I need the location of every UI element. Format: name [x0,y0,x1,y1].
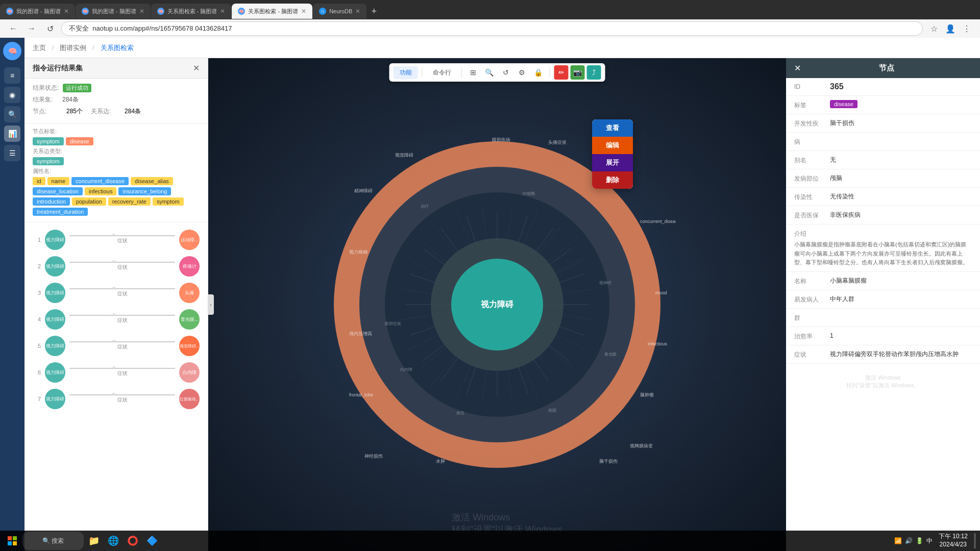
tab-4-close[interactable]: ✕ [301,8,306,15]
context-menu-delete[interactable]: 删除 [592,171,633,189]
breadcrumb-home[interactable]: 主页 [33,43,46,53]
sidebar-active-icon[interactable]: 📊 [4,126,20,142]
attr-concurrent[interactable]: concurrent_disease [71,177,129,185]
panel-close-button[interactable]: ✕ [193,63,200,73]
attr-alias[interactable]: disease_alias [131,177,173,185]
attr-name[interactable]: name [47,177,70,185]
start-button[interactable] [4,533,20,549]
tab-bar: 🧠 我的图谱 - 脑图谱 ✕ 🧠 我的图谱 - 脑图谱 ✕ 🧠 关系图检索 - … [0,0,980,19]
item-num: 3 [33,290,41,296]
tab-5[interactable]: N NeuroDB ✕ [313,4,366,19]
star-button[interactable]: ☆ [927,21,941,36]
to-node[interactable]: 视觉障碍... [179,336,200,356]
attr-intro[interactable]: introduction [33,197,70,206]
tab-1[interactable]: 🧠 我的图谱 - 脑图谱 ✕ [0,4,75,19]
forward-button[interactable]: → [24,21,39,36]
attr-symptom[interactable]: symptom [153,197,184,206]
new-tab-button[interactable]: + [367,6,381,17]
toolbar-separator-3 [550,67,550,78]
breadcrumb-graph[interactable]: 图谱实例 [60,43,86,53]
svg-text:眼部症状: 眼部症状 [385,321,401,326]
taskbar-show-desktop[interactable] [974,533,976,548]
toolbar-share-btn[interactable]: ⤴ [587,65,601,80]
taskbar-system-icons: 📶 🔊 🔋 中 [894,537,933,545]
back-button[interactable]: ← [6,21,20,36]
app-logo[interactable]: 🧠 [3,42,21,60]
toolbar-grid-btn[interactable]: ⊞ [466,65,480,80]
context-menu-view[interactable]: 查看 [592,119,633,137]
account-button[interactable]: 👤 [943,21,958,36]
to-node[interactable]: 红斑狼疮... [179,389,200,409]
list-item[interactable]: 2 视力障碍 ← 症状 疼痛计 [24,253,208,280]
taskbar-app-4[interactable]: 🔷 [143,532,161,550]
attr-population[interactable]: population [72,197,106,206]
taskbar-file-explorer[interactable]: 📁 [85,532,103,550]
tab-4[interactable]: 🧠 关系图检索 - 脑图谱 ✕ [232,4,312,19]
graph-area[interactable]: 功能 命令行 ⊞ 🔍 ↺ ⚙ 🔒 ✏ 📷 ⤴ [208,58,786,551]
context-menu-expand[interactable]: 展开 [592,154,633,171]
panel-toggle-arrow[interactable]: › [208,294,214,315]
reload-button[interactable]: ↺ [43,21,57,36]
taskbar-chrome[interactable]: ⭕ [124,532,142,550]
from-node[interactable]: 视力障碍 [45,230,65,250]
context-menu: 查看 编辑 展开 删除 [592,119,633,189]
to-node[interactable]: 白内障 [179,362,200,383]
attr-treatment[interactable]: treatment_duration [33,208,88,216]
list-item[interactable]: 3 视力障碍 ← 症状 头痛 [24,280,208,306]
to-node[interactable]: 头痛 [179,283,200,303]
tab-3[interactable]: 🧠 关系图检索 - 脑图谱 ✕ [151,4,232,19]
tab-5-close[interactable]: ✕ [355,8,360,15]
from-node[interactable]: 视力障碍 [45,309,65,330]
taskbar-search[interactable]: 🔍 搜索 [22,532,84,550]
edge-tag-symptom[interactable]: symptom [33,157,64,165]
attr-id[interactable]: id [33,177,45,185]
toolbar-search-btn[interactable]: 🔍 [482,65,497,80]
address-input[interactable] [61,21,923,36]
toolbar-camera-btn[interactable]: 📷 [571,65,585,80]
right-panel-close-button[interactable]: ✕ [794,63,801,73]
toolbar-settings-btn[interactable]: ⚙ [515,65,529,80]
edge-connector: ← 症状 [69,235,175,244]
taskbar-edge[interactable]: 🌐 [104,532,122,550]
sidebar-home-icon[interactable]: ≡ [4,67,20,84]
tag-disease[interactable]: disease [66,137,93,145]
list-item[interactable]: 5 视力障碍 ← 症状 视觉障碍... [24,333,208,359]
prop-row-3: 发病部位 颅脑 [786,169,980,188]
to-node[interactable]: 运动障... [179,230,200,250]
to-node[interactable]: 青光眼... [179,309,200,330]
list-item[interactable]: 1 视力障碍 ← 症状 运动障... [24,227,208,253]
sidebar-search-icon[interactable]: 🔍 [4,106,20,122]
content-area: 指令运行结果集 ✕ 结果状态: 运行成功 结果集: 284条 节点: 285个 [24,58,980,551]
prop-label-1: 病 [794,137,830,146]
attr-recovery[interactable]: recovery_rate [108,197,151,206]
tab-1-close[interactable]: ✕ [64,8,69,15]
tab-2-close[interactable]: ✕ [139,8,144,15]
tag-symptom[interactable]: symptom [33,137,64,145]
list-item[interactable]: 4 视力障碍 ← 症状 青光眼... [24,306,208,333]
from-node[interactable]: 视力障碍 [45,336,65,356]
right-panel-watermark: 激活 Windows转到"设置"以激活 Windows。 [786,364,980,399]
toolbar-pen-btn[interactable]: ✏ [554,65,569,80]
from-node[interactable]: 视力障碍 [45,283,65,303]
list-item[interactable]: 7 视力障碍 ← 症状 红斑狼疮... [24,386,208,412]
toolbar-lock-btn[interactable]: 🔒 [531,65,546,80]
attr-insurance[interactable]: insurance_belong [118,187,171,195]
tab-3-close[interactable]: ✕ [220,8,225,15]
attr-infectious[interactable]: infectious [85,187,116,195]
from-node[interactable]: 视力障碍 [45,362,65,383]
to-node[interactable]: 疼痛计 [179,256,200,277]
attr-location[interactable]: disease_location [33,187,83,195]
tab-2[interactable]: 🧠 我的图谱 - 脑图谱 ✕ [76,4,151,19]
center-node-label: 视力障碍 [480,299,514,309]
sidebar-graph-icon[interactable]: ◉ [4,87,20,103]
list-item[interactable]: 6 视力障碍 ← 症状 白内障 [24,359,208,386]
toolbar-tab-function[interactable]: 功能 [394,66,418,79]
from-node[interactable]: 视力障碍 [45,389,65,409]
context-menu-edit[interactable]: 编辑 [592,137,633,154]
toolbar-refresh-btn[interactable]: ↺ [499,65,513,80]
from-node[interactable]: 视力障碍 [45,256,65,277]
svg-text:脑干损伤: 脑干损伤 [599,459,618,464]
sidebar-list-icon[interactable]: ☰ [4,145,20,161]
toolbar-tab-command[interactable]: 命令行 [427,66,457,79]
menu-button[interactable]: ⋮ [960,21,974,36]
